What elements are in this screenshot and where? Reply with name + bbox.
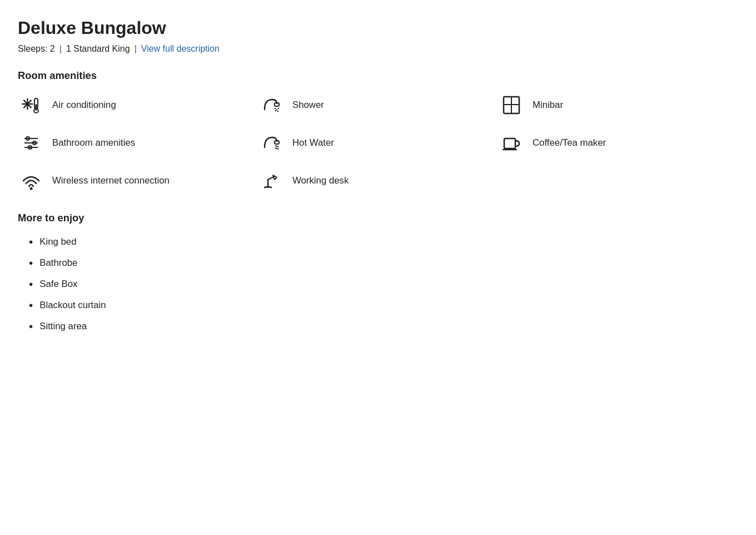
wifi-icon	[18, 170, 44, 192]
svg-rect-4	[275, 103, 279, 106]
room-subtitle: Sleeps: 2 | 1 Standard King | View full …	[18, 44, 738, 54]
enjoy-list: King bedBathrobeSafe BoxBlackout curtain…	[18, 235, 738, 333]
more-to-enjoy-title: More to enjoy	[18, 212, 738, 224]
minibar-label: Minibar	[533, 100, 563, 111]
minibar-icon	[498, 94, 525, 116]
enjoy-list-item: King bed	[18, 235, 738, 249]
svg-point-8	[275, 110, 276, 111]
beds-text: 1 Standard King	[66, 44, 130, 54]
view-full-description-link[interactable]: View full description	[141, 44, 220, 54]
wifi-label: Wireless internet connection	[52, 175, 170, 186]
separator-1: |	[59, 44, 62, 54]
amenity-wifi: Wireless internet connection	[18, 170, 258, 192]
separator-2: |	[135, 44, 137, 54]
enjoy-list-item: Bathrobe	[18, 256, 738, 270]
svg-rect-19	[275, 141, 279, 144]
amenity-shower: Shower	[258, 94, 498, 116]
sleeps-text: Sleeps: 2	[18, 44, 55, 54]
amenities-grid: ✳ Air conditioning	[18, 94, 738, 192]
svg-text:✳: ✳	[21, 96, 33, 113]
enjoy-list-item: Safe Box	[18, 278, 738, 291]
bathroom-label: Bathroom amenities	[52, 137, 135, 148]
amenity-minibar: Minibar	[498, 94, 738, 116]
coffee-tea-icon	[498, 132, 525, 154]
more-to-enjoy-section: More to enjoy King bedBathrobeSafe BoxBl…	[18, 212, 738, 333]
shower-icon	[258, 94, 285, 116]
svg-point-6	[276, 109, 277, 110]
svg-rect-3	[36, 104, 37, 111]
room-title: Deluxe Bungalow	[18, 18, 738, 38]
amenity-air-conditioning: ✳ Air conditioning	[18, 94, 258, 116]
air-conditioning-label: Air conditioning	[52, 100, 116, 111]
amenities-section-title: Room amenities	[18, 70, 738, 82]
svg-point-5	[275, 108, 276, 109]
svg-point-9	[277, 111, 278, 112]
shower-label: Shower	[292, 100, 324, 111]
amenity-bathroom: Bathroom amenities	[18, 132, 258, 154]
coffee-tea-label: Coffee/Tea maker	[533, 137, 606, 148]
working-desk-icon	[258, 170, 285, 192]
hot-water-icon	[258, 132, 285, 154]
room-amenities-section: Room amenities ✳ Air conditioning	[18, 70, 738, 192]
amenity-working-desk: Working desk	[258, 170, 498, 192]
svg-point-7	[278, 108, 279, 109]
bathroom-icon	[18, 132, 44, 154]
enjoy-list-item: Blackout curtain	[18, 299, 738, 312]
amenity-hot-water: Hot Water	[258, 132, 498, 154]
air-conditioning-icon: ✳	[18, 94, 44, 116]
hot-water-label: Hot Water	[292, 137, 334, 148]
enjoy-list-item: Sitting area	[18, 320, 738, 333]
svg-rect-20	[504, 138, 515, 148]
svg-point-22	[30, 187, 33, 190]
working-desk-label: Working desk	[292, 175, 349, 186]
amenity-coffee-tea: Coffee/Tea maker	[498, 132, 738, 154]
